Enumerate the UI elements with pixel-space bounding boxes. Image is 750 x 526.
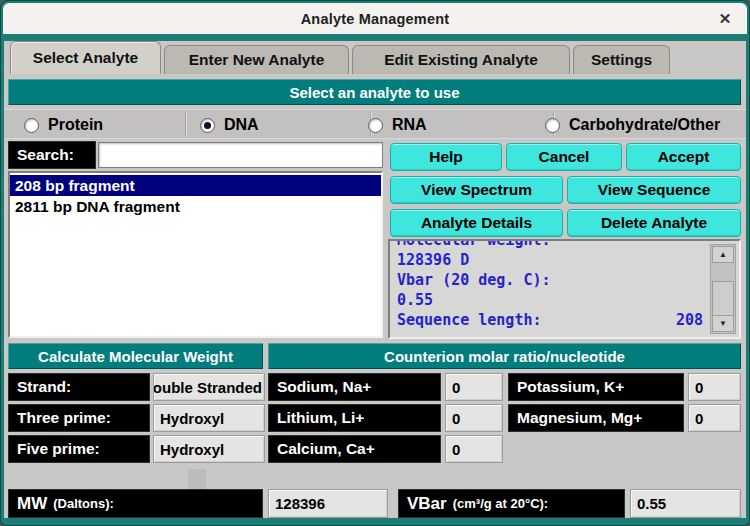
list-item[interactable]: 2811 bp DNA fragment — [10, 196, 381, 217]
details-line: 0.55 — [397, 290, 703, 310]
mw-label-sub: (Daltons): — [53, 496, 114, 511]
radio-label-carbohydrate: Carbohydrate/Other — [569, 116, 720, 134]
tab-edit-existing-analyte[interactable]: Edit Existing Analyte — [352, 45, 570, 74]
analyte-type-row: Protein DNA RNA Carbohydrate/Other — [4, 109, 746, 139]
calcium-value: 0 — [445, 435, 503, 463]
radio-label-rna: RNA — [392, 116, 427, 134]
sodium-label: Sodium, Na+ — [268, 373, 441, 401]
three-prime-value: Hydroxyl — [153, 404, 265, 432]
mw-label-main: MW — [17, 494, 47, 514]
title-bar: Analyte Management ✕ — [3, 3, 747, 34]
search-label: Search: — [8, 141, 96, 169]
lithium-label: Lithium, Li+ — [268, 404, 441, 432]
calc-mw-header: Calculate Molecular Weight — [8, 343, 263, 369]
analyte-details-panel: Molecular weight: 128396 D Vbar (20 deg.… — [388, 239, 741, 339]
analyte-list[interactable]: 208 bp fragment 2811 bp DNA fragment — [8, 171, 383, 338]
strand-label: Strand: — [8, 373, 150, 401]
magnesium-label: Magnesium, Mg+ — [508, 404, 684, 432]
radio-rna[interactable]: RNA — [368, 110, 523, 140]
view-sequence-button[interactable]: View Sequence — [567, 176, 741, 204]
potassium-value: 0 — [688, 373, 741, 401]
mw-value: 128396 — [268, 489, 388, 518]
divider — [185, 112, 186, 136]
radio-carbohydrate-other[interactable]: Carbohydrate/Other — [545, 110, 743, 140]
tab-select-analyte[interactable]: Select Analyte — [10, 41, 161, 74]
radio-label-protein: Protein — [48, 116, 103, 134]
search-input[interactable] — [98, 142, 383, 168]
list-item[interactable]: 208 bp fragment — [10, 175, 381, 196]
details-scrollbar[interactable]: ▲ ▼ — [710, 244, 736, 334]
details-line: Molecular weight: — [397, 239, 703, 250]
radio-icon — [545, 118, 560, 133]
radio-label-dna: DNA — [224, 116, 259, 134]
details-line: Sequence length: 208 — [397, 310, 703, 330]
five-prime-label: Five prime: — [8, 435, 150, 463]
radio-icon — [24, 118, 39, 133]
view-spectrum-button[interactable]: View Spectrum — [390, 176, 563, 204]
radio-icon — [368, 118, 383, 133]
horizontal-scroll-notch — [188, 469, 206, 489]
magnesium-value: 0 — [688, 404, 741, 432]
close-icon[interactable]: ✕ — [715, 9, 735, 29]
sequence-length-value: 208 — [676, 310, 703, 330]
dialog-content: Select Analyte Enter New Analyte Edit Ex… — [4, 41, 746, 518]
scroll-down-icon[interactable]: ▼ — [712, 315, 734, 332]
tab-bar: Select Analyte Enter New Analyte Edit Ex… — [4, 41, 746, 74]
radio-dna[interactable]: DNA — [200, 110, 355, 140]
analyte-management-window: Analyte Management ✕ Select Analyte Ente… — [0, 0, 750, 526]
sodium-value: 0 — [445, 373, 503, 401]
analyte-details-button[interactable]: Analyte Details — [390, 209, 563, 237]
lithium-value: 0 — [445, 404, 503, 432]
vbar-label-main: VBar — [407, 494, 447, 514]
tab-enter-new-analyte[interactable]: Enter New Analyte — [164, 45, 349, 74]
mw-daltons-label: MW (Daltons): — [8, 489, 263, 518]
delete-analyte-button[interactable]: Delete Analyte — [567, 209, 741, 237]
vbar-label-sub: (cm³/g at 20°C): — [453, 496, 549, 511]
radio-protein[interactable]: Protein — [24, 110, 179, 140]
potassium-label: Potassium, K+ — [508, 373, 684, 401]
tab-settings[interactable]: Settings — [573, 45, 670, 74]
details-line: Vbar (20 deg. C): — [397, 270, 703, 290]
accept-button[interactable]: Accept — [626, 143, 741, 171]
three-prime-label: Three prime: — [8, 404, 150, 432]
window-title: Analyte Management — [301, 11, 450, 27]
scroll-up-icon[interactable]: ▲ — [712, 246, 734, 263]
help-button[interactable]: Help — [390, 143, 502, 171]
sequence-length-label: Sequence length: — [397, 310, 542, 330]
five-prime-value: Hydroxyl — [153, 435, 265, 463]
radio-icon — [200, 118, 215, 133]
details-text: Molecular weight: 128396 D Vbar (20 deg.… — [397, 239, 703, 330]
strand-value: Double Stranded — [153, 373, 265, 401]
details-line: 128396 D — [397, 250, 703, 270]
counterion-header: Counterion molar ratio/nucleotide — [268, 343, 741, 369]
cancel-button[interactable]: Cancel — [506, 143, 622, 171]
vbar-value: 0.55 — [630, 489, 741, 518]
vbar-label: VBar (cm³/g at 20°C): — [398, 489, 625, 518]
banner-select-analyte: Select an analyte to use — [8, 79, 741, 105]
calcium-label: Calcium, Ca+ — [268, 435, 441, 463]
